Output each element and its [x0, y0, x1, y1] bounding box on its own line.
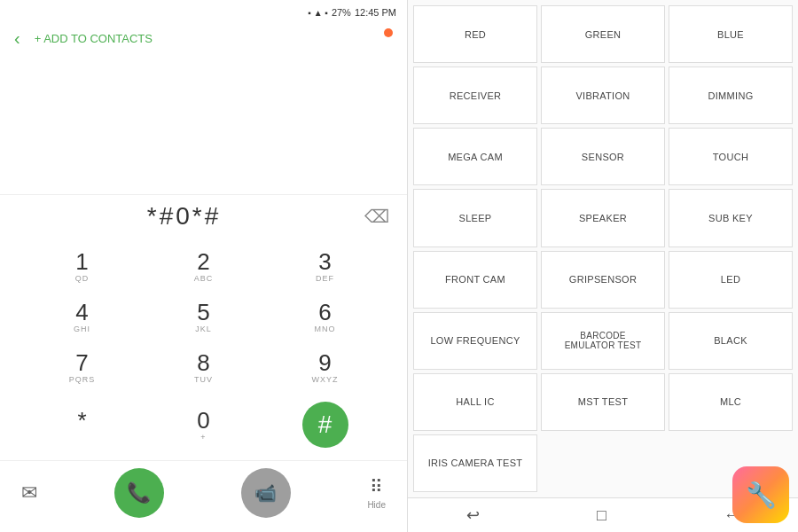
key-7-sub: PQRS	[69, 375, 96, 384]
key-6-sub: MNO	[315, 325, 336, 333]
message-icon: ✉	[21, 481, 37, 505]
battery-level: 27%	[332, 7, 351, 18]
phone-panel: ▪ ▲ ▪ 27% 12:45 PM ‹ + ADD TO CONTACTS *…	[0, 0, 408, 532]
call-button[interactable]: 📞	[114, 468, 164, 518]
backspace-button[interactable]: ⌫	[361, 202, 393, 231]
hide-keypad-button[interactable]: ⠿ Hide	[367, 476, 386, 510]
key-3[interactable]: 3 DEF	[264, 241, 386, 292]
video-icon: 📹	[254, 482, 277, 504]
test-hall-ic-button[interactable]: HALL IC	[413, 373, 537, 431]
key-3-main: 3	[318, 250, 331, 273]
test-iris-camera-button[interactable]: IRIS CAMERA TEST	[413, 434, 537, 492]
keypad: 1 QD 2 ABC 3 DEF 4 GHI 5 JKL 6 MNO 7 PQR…	[0, 238, 407, 460]
hide-label: Hide	[367, 500, 386, 510]
test-mlc-button[interactable]: MLC	[669, 373, 793, 431]
test-speaker-button[interactable]: SPEAKER	[541, 189, 665, 246]
dial-number: *#0*#	[14, 202, 354, 231]
test-black-button[interactable]: BLACK	[669, 312, 793, 370]
nav-home-button[interactable]: □	[597, 506, 606, 525]
test-touch-button[interactable]: TOUCH	[669, 128, 793, 185]
clock: 12:45 PM	[355, 7, 396, 18]
test-panel: RED GREEN BLUE RECEIVER VIBRATION DIMMIN…	[408, 0, 798, 532]
back-button[interactable]: ‹	[14, 28, 20, 49]
key-star-main: *	[77, 409, 86, 432]
key-1-main: 1	[75, 250, 88, 273]
test-red-button[interactable]: RED	[413, 5, 537, 63]
test-sensor-button[interactable]: SENSOR	[541, 128, 665, 185]
key-hash-bg: #	[302, 402, 348, 448]
test-barcode-emulator-button[interactable]: BARCODEEMULATOR TEST	[541, 312, 665, 370]
key-0-main: 0	[197, 409, 209, 432]
test-receiver-button[interactable]: RECEIVER	[413, 66, 537, 124]
phone-header: ‹ + ADD TO CONTACTS	[0, 25, 407, 56]
nav-recent-button[interactable]: ↩	[466, 505, 480, 525]
key-5[interactable]: 5 JKL	[143, 292, 264, 342]
key-5-sub: JKL	[195, 325, 212, 333]
key-4-main: 4	[75, 301, 88, 324]
key-hash[interactable]: #	[264, 393, 386, 457]
dial-input-row: *#0*# ⌫	[0, 194, 407, 238]
key-1[interactable]: 1 QD	[21, 241, 143, 292]
message-button[interactable]: ✉	[21, 481, 37, 505]
test-vibration-button[interactable]: VIBRATION	[541, 66, 665, 124]
test-led-button[interactable]: LED	[669, 251, 793, 309]
key-star[interactable]: *	[21, 393, 143, 457]
test-sleep-button[interactable]: SLEEP	[413, 189, 537, 246]
key-0-sub: +	[200, 433, 206, 442]
key-9-main: 9	[318, 351, 331, 374]
key-7-main: 7	[75, 351, 88, 374]
watermark: 🔧	[732, 466, 789, 523]
test-mega-cam-button[interactable]: MEGA CAM	[413, 128, 537, 185]
test-sub-key-button[interactable]: SUB KEY	[669, 189, 793, 246]
key-4[interactable]: 4 GHI	[21, 292, 143, 342]
key-hash-symbol: #	[318, 411, 332, 439]
test-dimming-button[interactable]: DIMMING	[669, 66, 793, 124]
status-icons: ▪ ▲ ▪	[308, 8, 328, 18]
key-4-sub: GHI	[74, 325, 90, 333]
key-8-main: 8	[197, 351, 209, 374]
key-6[interactable]: 6 MNO	[264, 292, 386, 342]
key-8[interactable]: 8 TUV	[143, 342, 264, 393]
key-9[interactable]: 9 WXYZ	[264, 342, 386, 393]
key-2-sub: ABC	[194, 274, 214, 283]
test-grid: RED GREEN BLUE RECEIVER VIBRATION DIMMIN…	[408, 0, 798, 497]
dots-icon: ⠿	[370, 476, 383, 497]
key-3-sub: DEF	[316, 274, 334, 283]
test-green-button[interactable]: GREEN	[541, 5, 665, 63]
add-contacts-button[interactable]: + ADD TO CONTACTS	[35, 32, 153, 45]
dialer-display	[0, 56, 407, 194]
action-bar: ✉ 📞 📹 ⠿ Hide	[0, 460, 407, 532]
key-5-main: 5	[197, 301, 209, 324]
key-2[interactable]: 2 ABC	[143, 241, 264, 292]
call-icon: 📞	[127, 481, 151, 505]
test-mst-test-button[interactable]: MST TEST	[541, 373, 665, 431]
test-gripsensor-button[interactable]: GRIPSENSOR	[541, 251, 665, 309]
test-empty-1	[541, 434, 665, 492]
key-7[interactable]: 7 PQRS	[21, 342, 143, 393]
video-call-button[interactable]: 📹	[241, 468, 291, 518]
key-6-main: 6	[318, 301, 331, 324]
key-8-sub: TUV	[194, 375, 213, 384]
watermark-icon: 🔧	[732, 466, 789, 523]
key-1-sub: QD	[75, 274, 90, 283]
test-blue-button[interactable]: BLUE	[669, 5, 793, 63]
status-bar: ▪ ▲ ▪ 27% 12:45 PM	[0, 0, 407, 25]
key-0[interactable]: 0 +	[143, 393, 264, 457]
notification-dot	[384, 28, 393, 37]
test-front-cam-button[interactable]: FRONT CAM	[413, 251, 537, 309]
test-low-frequency-button[interactable]: LOW FREQUENCY	[413, 312, 537, 370]
key-2-main: 2	[197, 250, 209, 273]
add-contacts-label: + ADD TO CONTACTS	[35, 32, 153, 45]
key-9-sub: WXYZ	[312, 375, 339, 384]
